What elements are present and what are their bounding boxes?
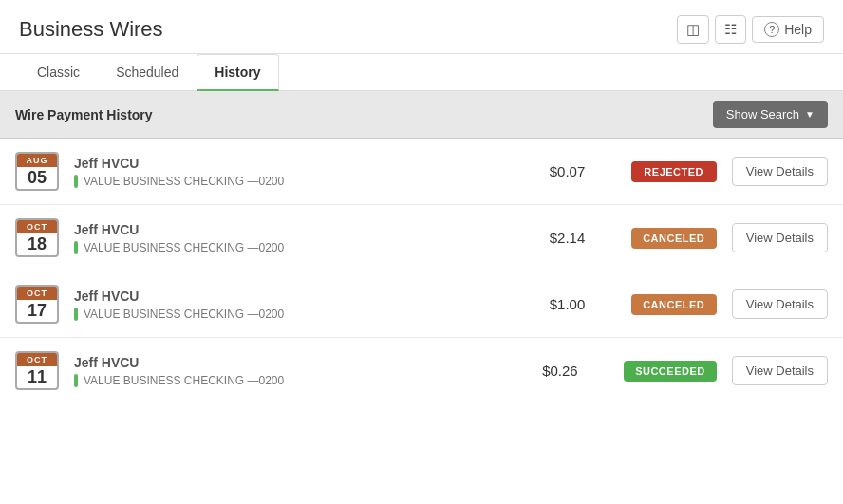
payment-amount: $0.07 xyxy=(550,163,616,179)
dropdown-arrow-icon: ▼ xyxy=(805,109,815,120)
status-badge: REJECTED xyxy=(631,161,717,182)
payment-amount: $2.14 xyxy=(550,230,616,246)
calendar-icon: AUG 05 xyxy=(15,152,59,191)
payee-name: Jeff HVCU xyxy=(74,355,527,370)
section-header: Wire Payment History Show Search ▼ xyxy=(0,91,843,139)
list-icon-button[interactable]: ☷ xyxy=(715,15,746,44)
payee-name: Jeff HVCU xyxy=(74,289,534,304)
calendar-icon: OCT 17 xyxy=(15,285,59,324)
show-search-button[interactable]: Show Search ▼ xyxy=(713,101,828,128)
view-details-button[interactable]: View Details xyxy=(732,289,828,319)
page-title: Business Wires xyxy=(19,17,163,42)
header-buttons: ◫ ☷ ? Help xyxy=(677,15,824,44)
calendar-day: 18 xyxy=(17,233,57,255)
payment-amount: $0.26 xyxy=(542,363,609,379)
account-bar-icon xyxy=(74,374,78,387)
payment-info: Jeff HVCU VALUE BUSINESS CHECKING —0200 xyxy=(74,156,534,188)
list-icon: ☷ xyxy=(724,21,737,38)
tab-history[interactable]: History xyxy=(197,54,278,91)
payee-name: Jeff HVCU xyxy=(74,156,534,171)
payments-list: AUG 05 Jeff HVCU VALUE BUSINESS CHECKING… xyxy=(0,139,843,403)
status-badge: SUCCEEDED xyxy=(624,361,717,382)
account-label: VALUE BUSINESS CHECKING —0200 xyxy=(84,175,284,188)
calendar-day: 05 xyxy=(17,167,57,189)
calendar-day: 11 xyxy=(17,366,57,388)
page-header: Business Wires ◫ ☷ ? Help xyxy=(0,0,843,54)
help-button[interactable]: ? Help xyxy=(752,16,824,43)
account-label: VALUE BUSINESS CHECKING —0200 xyxy=(84,374,284,387)
account-bar-icon xyxy=(74,175,78,188)
status-badge: CANCELED xyxy=(631,294,717,315)
account-info: VALUE BUSINESS CHECKING —0200 xyxy=(74,175,534,188)
show-search-label: Show Search xyxy=(726,107,799,121)
table-row: AUG 05 Jeff HVCU VALUE BUSINESS CHECKING… xyxy=(0,139,843,205)
account-label: VALUE BUSINESS CHECKING —0200 xyxy=(84,241,284,254)
payment-info: Jeff HVCU VALUE BUSINESS CHECKING —0200 xyxy=(74,355,527,387)
calendar-day: 17 xyxy=(17,300,57,322)
account-bar-icon xyxy=(74,241,78,254)
help-label: Help xyxy=(784,22,812,37)
section-title: Wire Payment History xyxy=(15,107,153,122)
account-info: VALUE BUSINESS CHECKING —0200 xyxy=(74,308,534,321)
calendar-month: OCT xyxy=(17,220,57,233)
payment-info: Jeff HVCU VALUE BUSINESS CHECKING —0200 xyxy=(74,289,534,321)
grid-icon-button[interactable]: ◫ xyxy=(677,15,709,44)
view-details-button[interactable]: View Details xyxy=(732,157,828,186)
tabs-container: Classic Scheduled History xyxy=(0,54,843,91)
table-row: OCT 17 Jeff HVCU VALUE BUSINESS CHECKING… xyxy=(0,271,843,338)
account-info: VALUE BUSINESS CHECKING —0200 xyxy=(74,374,527,387)
calendar-month: OCT xyxy=(17,353,57,366)
view-details-button[interactable]: View Details xyxy=(732,223,828,252)
payment-amount: $1.00 xyxy=(550,296,616,312)
table-row: OCT 18 Jeff HVCU VALUE BUSINESS CHECKING… xyxy=(0,205,843,271)
view-details-button[interactable]: View Details xyxy=(732,356,828,385)
help-icon: ? xyxy=(764,22,779,37)
account-label: VALUE BUSINESS CHECKING —0200 xyxy=(84,308,284,321)
status-badge: CANCELED xyxy=(631,228,717,249)
tab-classic[interactable]: Classic xyxy=(19,54,98,91)
account-bar-icon xyxy=(74,308,78,321)
payment-info: Jeff HVCU VALUE BUSINESS CHECKING —0200 xyxy=(74,222,534,254)
calendar-month: OCT xyxy=(17,287,57,300)
tab-scheduled[interactable]: Scheduled xyxy=(98,54,197,91)
calendar-month: AUG xyxy=(17,154,57,167)
account-info: VALUE BUSINESS CHECKING —0200 xyxy=(74,241,534,254)
calendar-icon: OCT 11 xyxy=(15,351,59,390)
table-row: OCT 11 Jeff HVCU VALUE BUSINESS CHECKING… xyxy=(0,338,843,403)
calendar-icon: OCT 18 xyxy=(15,218,59,257)
payee-name: Jeff HVCU xyxy=(74,222,534,237)
grid-icon: ◫ xyxy=(686,21,700,38)
